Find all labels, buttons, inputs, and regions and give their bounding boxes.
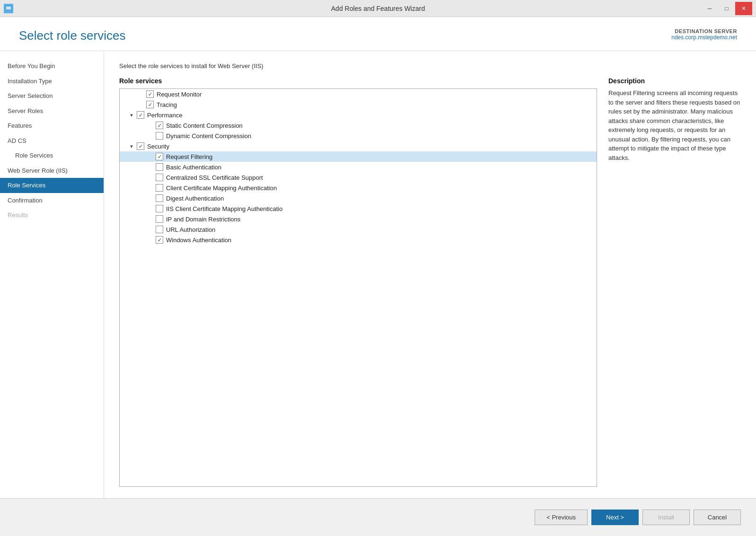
checkbox-static-content-compression[interactable]: ✓ <box>156 122 163 129</box>
window-title: Add Roles and Features Wizard <box>331 5 425 12</box>
main-panel: Select the role services to install for … <box>104 51 756 498</box>
panel-columns: Role services ✓ Request Monitor <box>119 77 741 487</box>
wizard-header: Select role services DESTINATION SERVER … <box>0 17 756 51</box>
label-basic-authentication: Basic Authentication <box>166 164 221 171</box>
label-client-cert-mapping: Client Certificate Mapping Authenticatio… <box>166 185 277 192</box>
tree-item-security[interactable]: ▼ ✓ Security <box>120 141 597 151</box>
sidebar-item-role-services-sub[interactable]: Role Services <box>0 148 104 163</box>
checkbox-security[interactable]: ✓ <box>137 142 144 150</box>
label-request-monitor: Request Monitor <box>157 91 202 98</box>
sidebar-item-before-you-begin[interactable]: Before You Begin <box>0 59 104 74</box>
sidebar-item-results: Results <box>0 208 104 223</box>
expand-icon-windows-auth <box>148 237 156 243</box>
checkbox-windows-auth[interactable]: ✓ <box>156 236 163 244</box>
maximize-button[interactable]: □ <box>718 2 735 15</box>
destination-server: DESTINATION SERVER ndes.corp.mstepdemo.n… <box>671 28 737 41</box>
description-text: Request Filtering screens all incoming r… <box>608 88 741 162</box>
sidebar-item-role-services-active[interactable]: Role Services <box>0 178 104 193</box>
title-bar-left <box>4 4 13 13</box>
next-button[interactable]: Next > <box>591 510 639 525</box>
expand-icon-ip-domain <box>148 217 156 222</box>
label-performance: Performance <box>147 112 182 119</box>
expand-icon-dynamic <box>148 133 156 139</box>
checkbox-performance[interactable]: ✓ <box>137 111 144 119</box>
expand-icon-basic-auth <box>148 165 156 170</box>
expand-icon-security[interactable]: ▼ <box>129 144 137 149</box>
tree-item-windows-auth[interactable]: ✓ Windows Authentication <box>120 235 597 245</box>
tree-item-url-auth[interactable]: URL Authorization <box>120 224 597 235</box>
install-button[interactable]: Install <box>642 510 690 525</box>
description-panel: Description Request Filtering screens al… <box>608 77 741 487</box>
expand-icon-client-cert <box>148 185 156 191</box>
checkbox-client-cert-mapping[interactable] <box>156 184 163 192</box>
sidebar-item-features[interactable]: Features <box>0 118 104 133</box>
checkbox-request-filtering[interactable]: ✓ <box>156 153 163 160</box>
label-static-content-compression: Static Content Compression <box>166 122 243 129</box>
label-ip-domain: IP and Domain Restrictions <box>166 216 240 223</box>
checkbox-tracing[interactable]: ✓ <box>146 101 154 108</box>
tree-item-basic-authentication[interactable]: Basic Authentication <box>120 162 597 172</box>
expand-icon-request-filtering <box>148 154 156 159</box>
app-icon <box>4 4 13 13</box>
expand-icon-static <box>148 123 156 128</box>
sidebar-item-server-roles[interactable]: Server Roles <box>0 104 104 119</box>
sidebar-item-ad-cs[interactable]: AD CS <box>0 133 104 149</box>
label-url-auth: URL Authorization <box>166 226 215 233</box>
label-security: Security <box>147 143 169 150</box>
checkbox-ip-domain[interactable] <box>156 215 163 223</box>
sidebar-item-server-selection[interactable]: Server Selection <box>0 88 104 104</box>
label-digest-auth: Digest Authentication <box>166 195 224 202</box>
svg-rect-2 <box>7 11 10 12</box>
expand-icon-iis-client <box>148 206 156 211</box>
checkbox-centralized-ssl[interactable] <box>156 174 163 181</box>
svg-rect-1 <box>6 7 11 9</box>
svg-rect-3 <box>6 11 11 12</box>
wizard-content: Before You Begin Installation Type Serve… <box>0 51 756 498</box>
tree-item-static-content-compression[interactable]: ✓ Static Content Compression <box>120 120 597 131</box>
title-bar: Add Roles and Features Wizard ─ □ ✕ <box>0 0 756 17</box>
checkbox-url-auth[interactable] <box>156 226 163 233</box>
tree-item-digest-auth[interactable]: Digest Authentication <box>120 193 597 203</box>
destination-label: DESTINATION SERVER <box>671 28 737 34</box>
minimize-button[interactable]: ─ <box>701 2 718 15</box>
role-services-header: Role services <box>119 77 597 85</box>
checkbox-basic-authentication[interactable] <box>156 163 163 171</box>
panel-intro: Select the role services to install for … <box>119 62 741 70</box>
wizard-body: Select role services DESTINATION SERVER … <box>0 17 756 536</box>
previous-button[interactable]: < Previous <box>535 510 588 525</box>
server-name: ndes.corp.mstepdemo.net <box>671 34 737 41</box>
services-list[interactable]: ✓ Request Monitor ✓ Tracing <box>120 89 597 486</box>
page-title: Select role services <box>19 28 125 43</box>
horizontal-scrollbar[interactable]: ◀ ▶ <box>120 486 597 487</box>
expand-icon-url-auth <box>148 227 156 232</box>
expand-icon-tracing <box>139 102 146 107</box>
expand-icon-performance[interactable]: ▼ <box>129 113 137 118</box>
tree-item-tracing[interactable]: ✓ Tracing <box>120 99 597 110</box>
expand-icon-digest <box>148 196 156 201</box>
sidebar-item-installation-type[interactable]: Installation Type <box>0 74 104 89</box>
cancel-button[interactable]: Cancel <box>694 510 741 525</box>
checkbox-dynamic-content-compression[interactable] <box>156 132 163 140</box>
tree-item-request-monitor[interactable]: ✓ Request Monitor <box>120 89 597 99</box>
window-controls: ─ □ ✕ <box>701 2 752 15</box>
checkbox-digest-auth[interactable] <box>156 194 163 202</box>
tree-item-performance[interactable]: ▼ ✓ Performance <box>120 110 597 120</box>
services-list-wrapper: ✓ Request Monitor ✓ Tracing <box>119 88 597 487</box>
checkbox-request-monitor[interactable]: ✓ <box>146 90 154 98</box>
tree-item-centralized-ssl[interactable]: Centralized SSL Certificate Support <box>120 172 597 183</box>
description-header: Description <box>608 77 741 85</box>
sidebar-item-web-server-role[interactable]: Web Server Role (IIS) <box>0 163 104 178</box>
sidebar: Before You Begin Installation Type Serve… <box>0 51 104 498</box>
tree-item-dynamic-content-compression[interactable]: Dynamic Content Compression <box>120 131 597 141</box>
label-request-filtering: Request Filtering <box>166 153 212 160</box>
role-services-container: Role services ✓ Request Monitor <box>119 77 597 487</box>
sidebar-item-confirmation[interactable]: Confirmation <box>0 193 104 208</box>
tree-item-request-filtering[interactable]: ✓ Request Filtering <box>120 151 597 162</box>
close-button[interactable]: ✕ <box>735 2 752 15</box>
checkbox-iis-client-cert[interactable] <box>156 205 163 212</box>
label-iis-client-cert: IIS Client Certificate Mapping Authentic… <box>166 205 282 212</box>
label-dynamic-content-compression: Dynamic Content Compression <box>166 132 251 140</box>
tree-item-ip-domain[interactable]: IP and Domain Restrictions <box>120 214 597 224</box>
tree-item-iis-client-cert[interactable]: IIS Client Certificate Mapping Authentic… <box>120 203 597 214</box>
tree-item-client-cert-mapping[interactable]: Client Certificate Mapping Authenticatio… <box>120 183 597 193</box>
